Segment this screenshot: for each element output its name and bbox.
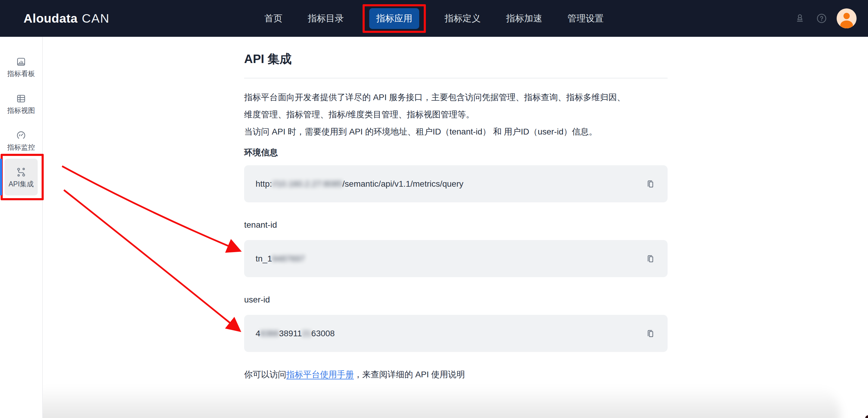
bottom-gradient bbox=[28, 386, 840, 418]
description-line-1: 指标平台面向开发者提供了详尽的 API 服务接口，主要包含访问凭据管理、指标查询… bbox=[244, 93, 625, 102]
env-info-label: 环境信息 bbox=[244, 147, 668, 157]
manual-note: 你可以访问指标平台使用手册，来查阅详细的 API 使用说明 bbox=[244, 369, 668, 380]
api-description: 指标平台面向开发者提供了详尽的 API 服务接口，主要包含访问凭据管理、指标查询… bbox=[244, 89, 668, 140]
env-url-value: http://10.160.2.27:8085/semantic/api/v1.… bbox=[255, 179, 464, 189]
tenant-id-value: tn_19487697 bbox=[255, 254, 305, 264]
url-scheme: http: bbox=[255, 179, 272, 188]
url-host-redacted: //10.160.2.27:8085 bbox=[272, 179, 342, 188]
tenant-id-prefix: tn_1 bbox=[255, 254, 272, 263]
env-url-field: http://10.160.2.27:8085/semantic/api/v1.… bbox=[244, 165, 668, 202]
user-id-value: 46366389112163008 bbox=[255, 329, 335, 338]
nav-item-metric-catalog[interactable]: 指标目录 bbox=[308, 12, 344, 25]
copy-user-id-button[interactable] bbox=[644, 327, 657, 340]
copy-icon bbox=[645, 253, 655, 264]
sidebar-item-label: 指标看板 bbox=[7, 70, 35, 77]
dashboard-chart-icon bbox=[16, 56, 27, 67]
manual-note-prefix: 你可以访问 bbox=[244, 370, 286, 379]
top-navigation-bar: Aloudata CAN 首页 指标目录 指标应用 指标定义 指标加速 管理设置 bbox=[0, 0, 868, 37]
arrow-to-tenant-id bbox=[62, 166, 239, 250]
user-id-seg-3: 63008 bbox=[311, 329, 335, 338]
url-path: /semantic/api/v1.1/metrics/query bbox=[342, 179, 464, 188]
active-item-indicator bbox=[0, 159, 2, 196]
gauge-icon bbox=[16, 130, 27, 141]
table-view-icon bbox=[16, 93, 27, 104]
description-line-3: 当访问 API 时，需要使用到 API 的环境地址、租户ID（tenant-id… bbox=[244, 127, 597, 136]
copy-env-url-button[interactable] bbox=[644, 177, 657, 191]
tenant-id-field: tn_19487697 bbox=[244, 240, 668, 277]
user-avatar[interactable] bbox=[837, 8, 857, 28]
user-id-field: 46366389112163008 bbox=[244, 315, 668, 352]
title-divider bbox=[244, 78, 668, 79]
tenant-id-redacted: 9487697 bbox=[272, 254, 305, 263]
nav-item-admin-settings[interactable]: 管理设置 bbox=[567, 12, 604, 25]
page-title: API 集成 bbox=[244, 52, 668, 66]
arrow-to-user-id bbox=[64, 190, 239, 330]
nav-item-metric-acceleration[interactable]: 指标加速 bbox=[506, 12, 542, 25]
stamp-icon[interactable] bbox=[793, 12, 807, 25]
user-id-seg-1: 4 bbox=[255, 329, 260, 338]
main-nav: 首页 指标目录 指标应用 指标定义 指标加速 管理设置 bbox=[264, 0, 604, 37]
sidebar-item-metric-view[interactable]: 指标视图 bbox=[4, 85, 38, 122]
sidebar-item-metric-monitor[interactable]: 指标监控 bbox=[4, 122, 38, 159]
manual-note-suffix: ，来查阅详细的 API 使用说明 bbox=[354, 370, 465, 379]
user-id-redacted-1: 6366 bbox=[260, 329, 279, 338]
nav-item-home[interactable]: 首页 bbox=[264, 12, 282, 25]
logo-primary-text: Aloudata bbox=[24, 12, 78, 25]
user-id-seg-2: 38911 bbox=[279, 329, 302, 338]
sidebar-item-label: 指标监控 bbox=[7, 144, 35, 151]
tenant-id-label: tenant-id bbox=[244, 220, 668, 230]
copy-tenant-id-button[interactable] bbox=[644, 252, 657, 266]
main-content: API 集成 指标平台面向开发者提供了详尽的 API 服务接口，主要包含访问凭据… bbox=[244, 37, 668, 380]
aloudata-logo: Aloudata CAN bbox=[24, 0, 110, 37]
manual-link[interactable]: 指标平台使用手册 bbox=[286, 370, 354, 379]
header-icon-group bbox=[793, 0, 857, 37]
left-sidebar: 指标看板 指标视图 指标监控 API集成 bbox=[0, 37, 43, 418]
copy-icon bbox=[645, 328, 655, 339]
user-id-label: user-id bbox=[244, 295, 668, 305]
sidebar-item-api-integration[interactable]: API集成 bbox=[4, 159, 38, 196]
user-id-redacted-2: 21 bbox=[302, 329, 311, 338]
help-icon[interactable] bbox=[815, 12, 828, 25]
description-line-2: 维度管理、指标管理、指标/维度类目管理、指标视图管理等。 bbox=[244, 110, 474, 119]
sidebar-item-label: API集成 bbox=[8, 181, 33, 187]
api-nodes-icon bbox=[16, 167, 27, 178]
logo-secondary-text: CAN bbox=[82, 12, 110, 25]
sidebar-item-label: 指标视图 bbox=[7, 107, 35, 114]
sidebar-item-metric-dashboard[interactable]: 指标看板 bbox=[4, 48, 38, 85]
nav-item-metric-definition[interactable]: 指标定义 bbox=[444, 12, 481, 25]
copy-icon bbox=[645, 179, 655, 189]
nav-item-metric-application[interactable]: 指标应用 bbox=[369, 8, 419, 29]
screen-corner-right bbox=[865, 415, 868, 418]
